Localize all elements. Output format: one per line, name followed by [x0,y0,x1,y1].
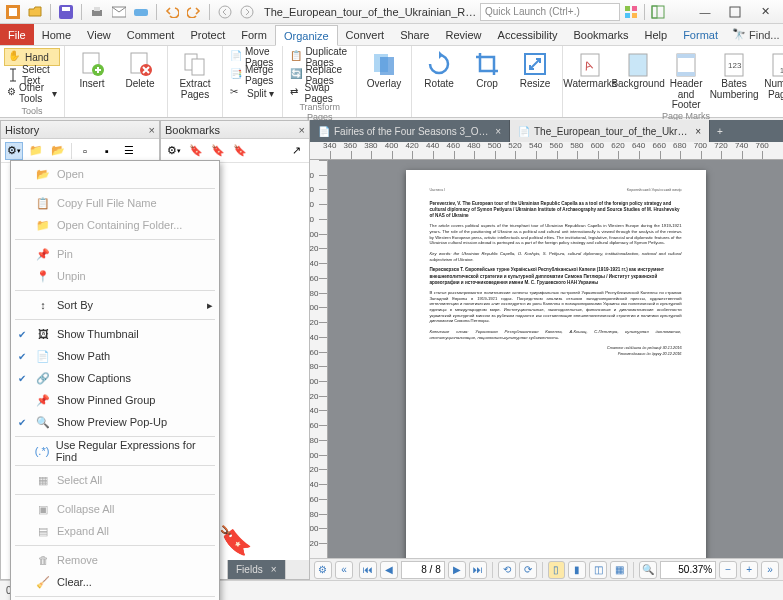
header-footer-button[interactable]: Header and Footer [663,48,709,111]
bookmark-link-icon[interactable]: 🔖 [231,142,249,160]
history-options-button[interactable]: ⚙▾ [5,142,23,160]
split-pages[interactable]: ✂Split▾ [227,84,278,102]
collapse-icon[interactable]: ▫ [76,142,94,160]
nav-fwd-circle-icon[interactable]: ⟳ [519,561,537,579]
menu-copy-full-name[interactable]: 📋Copy Full File Name [11,192,219,214]
add-child-bookmark-icon[interactable]: 🔖 [209,142,227,160]
tab-form[interactable]: Form [233,24,275,45]
other-tools[interactable]: ⚙Other Tools▾ [4,84,60,102]
menu-remove[interactable]: 🗑Remove [11,549,219,571]
page-canvas[interactable]: Частина IЄвропейський Український вимір … [328,160,783,558]
number-pages-button[interactable]: 1Number Pages [759,48,783,111]
tab-convert[interactable]: Convert [338,24,393,45]
tab-protect[interactable]: Protect [182,24,233,45]
menu-open-containing[interactable]: 📁Open Containing Folder... [11,214,219,236]
find-button[interactable]: 🔭Find... [726,24,783,45]
tab-help[interactable]: Help [637,24,676,45]
menu-clear[interactable]: 🧹Clear... [11,571,219,593]
ui-options-icon[interactable] [622,3,640,21]
crop-button[interactable]: Crop [464,48,510,90]
menu-regex[interactable]: (.*)Use Regular Expressions for Find [11,440,219,462]
open-icon[interactable] [26,3,44,21]
menu-show-pinned-group[interactable]: 📌Show Pinned Group [11,389,219,411]
delete-pages[interactable]: Delete [117,48,163,90]
next-page-icon[interactable]: ▶ [448,561,466,579]
continuous-icon[interactable]: ▮ [568,561,586,579]
scroll-left-icon[interactable]: « [335,561,353,579]
menu-collapse-all[interactable]: ▣Collapse All [11,498,219,520]
scroll-right-icon[interactable]: » [761,561,779,579]
background-button[interactable]: Background [615,48,661,111]
rotate-button[interactable]: Rotate [416,48,462,90]
expand-panel-icon[interactable]: ↗ [287,142,305,160]
zoom-input[interactable] [660,561,716,579]
app-icon[interactable] [4,3,22,21]
minimize-button[interactable]: — [691,2,719,22]
bm-options-button[interactable]: ⚙▾ [165,142,183,160]
facing-icon[interactable]: ◫ [589,561,607,579]
tab-home[interactable]: Home [34,24,79,45]
redo-icon[interactable] [185,3,203,21]
bottom-tab-fields[interactable]: Fields× [228,560,286,579]
menu-select-all[interactable]: ▦Select All [11,469,219,491]
tab-view[interactable]: View [79,24,119,45]
tab-organize[interactable]: Organize [275,25,338,46]
print-icon[interactable] [88,3,106,21]
zoom-out-icon[interactable]: 🔍 [639,561,657,579]
tab-accessibility[interactable]: Accessibility [490,24,566,45]
nav-back-icon[interactable] [216,3,234,21]
menu-unpin[interactable]: 📍Unpin [11,265,219,287]
extract-pages[interactable]: Extract Pages [172,48,218,100]
email-icon[interactable] [110,3,128,21]
tab-bookmarks[interactable]: Bookmarks [565,24,636,45]
save-icon[interactable] [57,3,75,21]
bates-button[interactable]: 123Bates Numbering [711,48,757,111]
close-icon[interactable]: × [495,126,501,137]
insert-pages[interactable]: Insert [69,48,115,90]
maximize-button[interactable] [721,2,749,22]
facing-continuous-icon[interactable]: ▦ [610,561,628,579]
folder-yellow-icon[interactable]: 📁 [27,142,45,160]
menu-show-path[interactable]: ✔📄Show Path [11,345,219,367]
first-page-icon[interactable]: ⏮ [359,561,377,579]
folder-blue-icon[interactable]: 📂 [49,142,67,160]
merge-pages[interactable]: 📑Merge Pages [227,66,278,84]
close-icon[interactable]: × [299,124,305,136]
zoom-plus-icon[interactable]: + [740,561,758,579]
last-page-icon[interactable]: ⏭ [469,561,487,579]
expand-icon[interactable]: ▪ [98,142,116,160]
add-bookmark-icon[interactable]: 🔖 [187,142,205,160]
menu-sort-by[interactable]: ↕Sort By▸ [11,294,219,316]
prev-page-icon[interactable]: ◀ [380,561,398,579]
tab-format[interactable]: Format [675,24,726,45]
menu-pin[interactable]: 📌Pin [11,243,219,265]
menu-show-thumbnail[interactable]: ✔🖼Show Thumbnail [11,323,219,345]
list-icon[interactable]: ☰ [120,142,138,160]
zoom-minus-icon[interactable]: − [719,561,737,579]
page-input[interactable] [401,561,445,579]
menu-open[interactable]: 📂Open [11,163,219,185]
menu-expand-all[interactable]: ▤Expand All [11,520,219,542]
layout-icon[interactable] [649,3,667,21]
tab-comment[interactable]: Comment [119,24,183,45]
nav-fwd-icon[interactable] [238,3,256,21]
undo-icon[interactable] [163,3,181,21]
doc-tab-1[interactable]: 📄Fairies of the Four Seasons 3_Optimized… [310,120,510,142]
single-page-icon[interactable]: ▯ [548,561,566,579]
close-icon[interactable]: × [149,124,155,136]
resize-button[interactable]: Resize [512,48,558,90]
overlay-button[interactable]: Overlay [361,48,407,90]
doc-tab-2[interactable]: 📄The_European_tour_of_the_Ukrainian_Repu… [510,120,710,142]
quick-launch-input[interactable]: Quick Launch (Ctrl+.) [480,3,620,21]
new-tab-button[interactable]: + [710,120,730,142]
tab-share[interactable]: Share [392,24,437,45]
tab-review[interactable]: Review [437,24,489,45]
close-button[interactable]: ✕ [751,2,779,22]
nav-options-icon[interactable]: ⚙ [314,561,332,579]
menu-show-preview[interactable]: ✔🔍Show Preview Pop-Up [11,411,219,433]
scan-icon[interactable] [132,3,150,21]
swap-pages[interactable]: ⇄Swap Pages [287,84,352,102]
watermarks-button[interactable]: AWatermarks [567,48,613,111]
menu-show-captions[interactable]: ✔🔗Show Captions [11,367,219,389]
close-icon[interactable]: × [695,126,701,137]
